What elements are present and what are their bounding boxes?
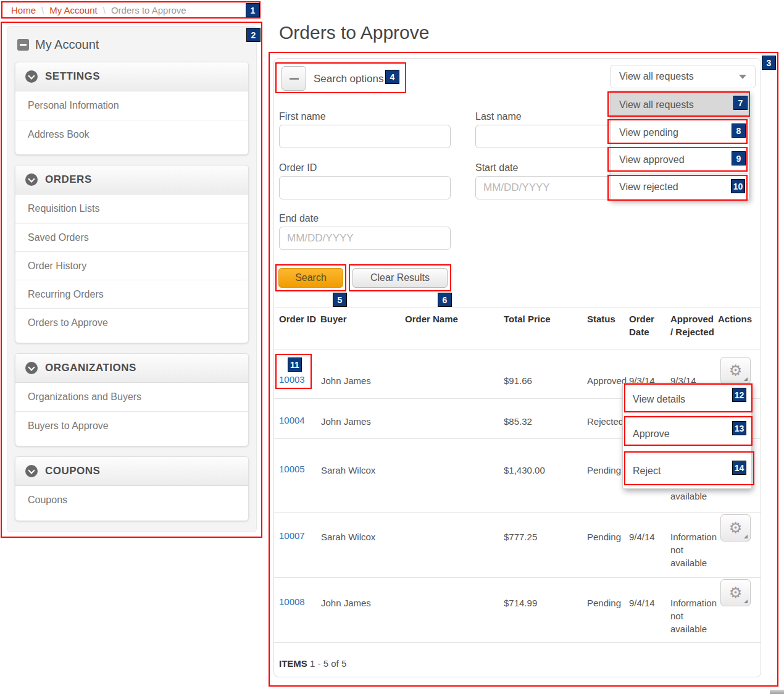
sidebar-header: My Account	[7, 27, 256, 62]
collapse-minus-icon[interactable]	[17, 39, 29, 51]
items-label: ITEMS	[279, 658, 307, 669]
first-name-input[interactable]	[279, 125, 451, 148]
items-range: 1 - 5 of 5	[310, 658, 346, 669]
sidebar-item-coupons[interactable]: Coupons	[15, 486, 248, 514]
row-divider	[274, 577, 761, 578]
cell-status: Rejected	[587, 415, 623, 428]
sidebar-item-saved-orders[interactable]: Saved Orders	[15, 223, 248, 251]
callout-badge-10: 10	[731, 179, 745, 193]
page: Home \ My Account \ Orders to Approve My…	[0, 0, 784, 694]
cell-total-price: $1,430.00	[504, 464, 545, 477]
column-header-order-name: Order Name	[405, 312, 458, 325]
row-actions-button[interactable]: ⚙	[720, 357, 751, 384]
sidebar-item-address-book[interactable]: Address Book	[15, 120, 248, 148]
option-view-rejected[interactable]: View rejected	[611, 173, 749, 201]
callout-badge-6: 6	[438, 293, 452, 307]
start-date-label: Start date	[475, 162, 518, 174]
callout-badge-8: 8	[732, 123, 746, 138]
breadcrumb: Home \ My Account \ Orders to Approve	[1, 1, 261, 19]
cell-buyer: Sarah Wilcox	[321, 464, 375, 477]
table-top-border	[274, 307, 761, 307]
cell-approved-rejected: Information not available	[670, 596, 715, 635]
sidebar-item-requisition-lists[interactable]: Requisition Lists	[15, 194, 248, 223]
option-view-pending[interactable]: View pending	[611, 119, 749, 146]
section-header[interactable]: SETTINGS	[15, 62, 248, 91]
clear-results-button[interactable]: Clear Results	[352, 268, 448, 288]
chevron-down-icon	[739, 75, 746, 79]
breadcrumb-separator: \	[103, 5, 106, 15]
section-header[interactable]: ORDERS	[15, 165, 248, 194]
callout-badge-9: 9	[732, 151, 746, 165]
cell-buyer: Sarah Wilcox	[321, 530, 375, 543]
callout-badge-1: 1	[246, 3, 260, 17]
row-actions-button[interactable]: ⚙	[720, 579, 751, 606]
sidebar-item-buyers-to-approve[interactable]: Buyers to Approve	[15, 411, 248, 440]
cell-total-price: $714.99	[504, 596, 537, 609]
section-title: ORGANIZATIONS	[45, 362, 136, 374]
search-options-collapse-button[interactable]	[281, 66, 306, 91]
column-header-buyer: Buyer	[320, 312, 347, 325]
option-view-all-requests[interactable]: View all requests	[611, 91, 749, 119]
page-title: Orders to Approve	[279, 22, 429, 43]
callout-badge-3: 3	[762, 56, 776, 70]
section-title: SETTINGS	[45, 70, 100, 83]
column-header-actions: Actions	[718, 312, 752, 325]
end-date-label: End date	[279, 213, 319, 224]
breadcrumb-current-page: Orders to Approve	[111, 5, 186, 15]
order-id-link[interactable]: 10007	[279, 530, 305, 541]
row-divider	[274, 642, 761, 643]
chevron-down-icon	[25, 174, 38, 186]
breadcrumb-home-link[interactable]: Home	[11, 5, 36, 15]
sidebar-item-organizations-and-buyers[interactable]: Organizations and Buyers	[15, 383, 248, 411]
callout-badge-4: 4	[385, 70, 399, 84]
sidebar-section-organizations: ORGANIZATIONS Organizations and Buyers B…	[15, 353, 249, 446]
breadcrumb-my-account-link[interactable]: My Account	[49, 5, 98, 15]
last-name-label: Last name	[475, 111, 522, 122]
cell-total-price: $91.66	[504, 374, 532, 387]
column-header-total-price: Total Price	[504, 312, 551, 325]
callout-badge-14: 14	[732, 461, 746, 475]
sidebar-section-settings: SETTINGS Personal Information Address Bo…	[15, 62, 249, 155]
order-id-link[interactable]: 10005	[279, 464, 305, 474]
sidebar-title: My Account	[35, 38, 99, 52]
menu-corner-icon	[744, 600, 748, 603]
section-title: ORDERS	[45, 174, 92, 186]
column-header-approved-rejected: Approved / Rejected	[670, 312, 715, 338]
order-id-link[interactable]: 10004	[279, 415, 305, 425]
sidebar-item-orders-to-approve[interactable]: Orders to Approve	[15, 308, 248, 337]
callout-badge-13: 13	[732, 421, 746, 435]
section-title: COUPONS	[45, 465, 100, 477]
sidebar-item-order-history[interactable]: Order History	[15, 251, 248, 280]
section-header[interactable]: COUPONS	[15, 457, 248, 486]
callout-badge-5: 5	[333, 293, 347, 307]
breadcrumb-separator: \	[41, 5, 44, 15]
order-id-label: Order ID	[279, 162, 317, 174]
order-id-link[interactable]: 10003	[279, 374, 305, 385]
end-date-input[interactable]	[279, 227, 451, 250]
order-id-link[interactable]: 10008	[279, 596, 305, 607]
order-id-input[interactable]	[279, 176, 451, 199]
cell-buyer: John James	[321, 415, 371, 428]
menu-corner-icon	[744, 535, 748, 538]
row-actions-button[interactable]: ⚙	[720, 514, 751, 541]
chevron-down-icon	[25, 70, 38, 83]
cell-order-date: 9/4/14	[629, 530, 655, 543]
callout-badge-11: 11	[288, 357, 302, 372]
callout-badge-2: 2	[246, 28, 261, 42]
cell-total-price: $777.25	[504, 530, 537, 543]
sidebar-item-recurring-orders[interactable]: Recurring Orders	[15, 280, 248, 308]
search-options-label: Search options	[314, 73, 383, 85]
menu-corner-icon	[744, 377, 748, 381]
sidebar-item-personal-information[interactable]: Personal Information	[15, 91, 248, 120]
cell-status: Pending	[587, 530, 621, 543]
cell-buyer: John James	[321, 374, 371, 387]
view-requests-select[interactable]: View all requests	[610, 65, 756, 88]
items-count: ITEMS 1 - 5 of 5	[279, 658, 346, 669]
cell-status: Pending	[587, 596, 621, 609]
option-view-approved[interactable]: View approved	[611, 146, 749, 173]
view-requests-selected-value: View all requests	[619, 71, 694, 82]
row-divider	[274, 349, 761, 349]
chevron-down-icon	[25, 465, 38, 477]
section-header[interactable]: ORGANIZATIONS	[15, 354, 248, 383]
search-button[interactable]: Search	[278, 268, 343, 288]
